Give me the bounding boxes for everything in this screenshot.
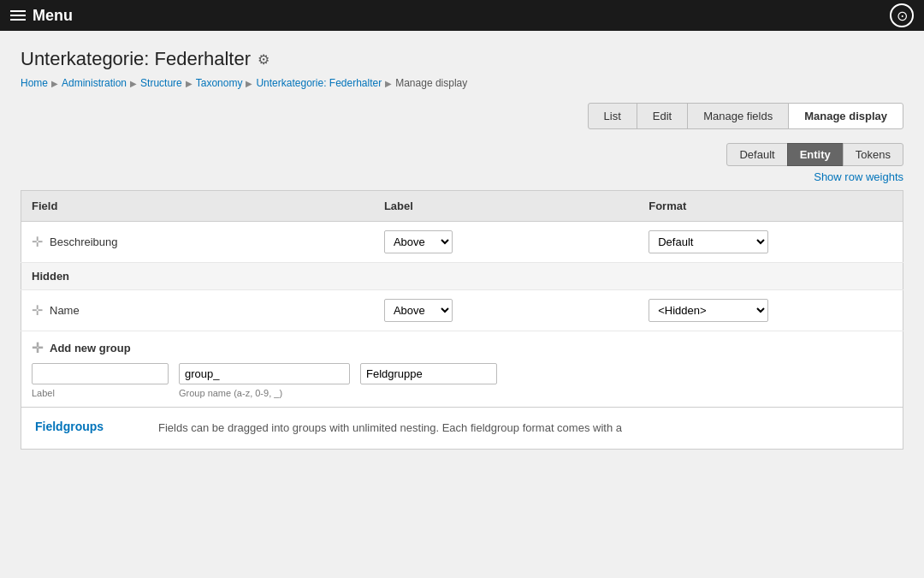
menu-area[interactable]: Menu [10,7,73,25]
hamburger-icon[interactable] [10,10,26,21]
drag-handle-name[interactable]: ✛ [32,302,43,319]
fields-table: Field Label Format ✛ Beschreibung Above … [21,190,903,408]
breadcrumb-structure[interactable]: Structure [140,77,182,89]
format-select-beschreibung[interactable]: Default <Hidden> [649,230,768,253]
label-hint: Label [32,388,169,398]
tab-edit[interactable]: Edit [637,103,688,129]
group-name-input[interactable] [179,363,350,384]
table-header-row: Field Label Format [21,191,903,222]
feldgruppe-input[interactable] [360,363,497,384]
top-bar: Menu ⊙ [0,0,924,31]
label-input-wrap: Label [32,363,169,398]
format-cell-name: <Hidden> Default [638,290,903,331]
label-select-beschreibung[interactable]: Above Inline Hidden [384,230,453,253]
sub-tab-default[interactable]: Default [726,143,787,166]
add-group-fields: Label Group name (a-z, 0-9, _) [32,363,892,398]
label-cell-name: Above Inline Hidden [374,290,638,331]
feldgruppe-input-wrap [360,363,497,384]
col-header-format: Format [638,191,903,222]
fieldgroups-description: Fields can be dragged into groups with u… [158,420,622,437]
show-row-weights-link[interactable]: Show row weights [814,170,903,183]
add-group-text: Add new group [50,342,131,355]
label-select-name[interactable]: Above Inline Hidden [384,299,453,322]
table-row: ✛ Name Above Inline Hidden <Hidden> Defa… [21,290,903,331]
tabs-row: List Edit Manage fields Manage display [21,103,903,129]
field-name-name: Name [50,304,80,317]
add-group-label: ✛ Add new group [32,340,892,356]
tab-manage-fields[interactable]: Manage fields [687,103,789,129]
col-header-label: Label [374,191,638,222]
group-name-input-wrap: Group name (a-z, 0-9, _) [179,363,350,398]
add-group-label-input[interactable] [32,363,169,384]
add-group-cell: ✛ Add new group Label Group name (a-z, 0… [21,331,903,408]
field-cell-name: ✛ Name [21,290,374,331]
breadcrumb-taxonomy[interactable]: Taxonomy [196,77,243,89]
menu-label: Menu [33,7,73,25]
section-hidden-row: Hidden [21,263,903,290]
breadcrumb-current: Manage display [395,77,467,89]
breadcrumb-unterkategorie[interactable]: Unterkategorie: Federhalter [256,77,382,89]
add-group-row: ✛ Add new group Label Group name (a-z, 0… [21,331,903,408]
sub-tabs-row: Default Entity Tokens [21,143,903,166]
user-icon[interactable]: ⊙ [890,3,914,27]
format-cell-beschreibung: Default <Hidden> [638,222,903,263]
tab-list[interactable]: List [588,103,637,129]
table-row: ✛ Beschreibung Above Inline Hidden Defau… [21,222,903,263]
fieldgroups-title[interactable]: Fieldgroups [35,420,138,437]
col-header-field: Field [21,191,374,222]
sub-tab-tokens[interactable]: Tokens [843,143,903,166]
gear-icon[interactable]: ⚙ [258,51,270,68]
field-name-beschreibung: Beschreibung [50,235,118,248]
row-weights-section: Show row weights [21,170,903,183]
content-area: Unterkategorie: Federhalter ⚙ Home ▶ Adm… [0,31,924,578]
sub-tab-entity[interactable]: Entity [787,143,844,166]
format-select-name[interactable]: <Hidden> Default [649,299,768,322]
section-hidden-label: Hidden [21,263,903,290]
label-cell-beschreibung: Above Inline Hidden [374,222,638,263]
drag-handle-add-group[interactable]: ✛ [32,340,43,356]
breadcrumb-administration[interactable]: Administration [62,77,127,89]
field-cell: ✛ Beschreibung [21,222,374,263]
group-name-hint: Group name (a-z, 0-9, _) [179,388,350,398]
breadcrumb-home[interactable]: Home [21,77,48,89]
page-title: Unterkategorie: Federhalter [21,48,251,70]
fieldgroups-section: Fieldgroups Fields can be dragged into g… [21,408,903,450]
tab-manage-display[interactable]: Manage display [788,103,903,129]
drag-handle-beschreibung[interactable]: ✛ [32,234,43,250]
page-title-row: Unterkategorie: Federhalter ⚙ [21,48,903,70]
breadcrumb: Home ▶ Administration ▶ Structure ▶ Taxo… [21,77,903,89]
